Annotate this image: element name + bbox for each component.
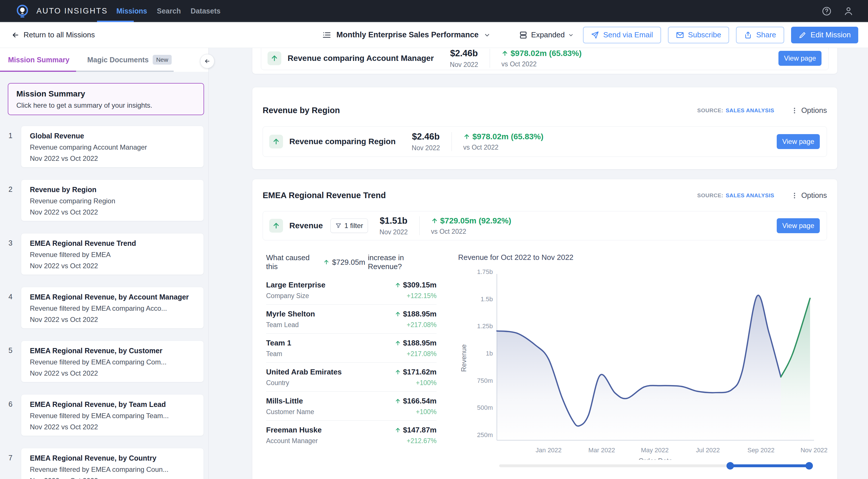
item-desc: Revenue filtered by EMEA comparing Com..…	[30, 358, 195, 366]
top-navbar: AUTO INSIGHTS Missions Search Datasets	[0, 0, 868, 22]
sidebar-collapse-button[interactable]	[200, 54, 214, 68]
driver-dimension: Account Manager	[266, 437, 322, 445]
auto-insights-app: AUTO INSIGHTS Missions Search Datasets R…	[0, 0, 868, 479]
kpi-delta-period: vs Oct 2022	[431, 228, 512, 236]
tab-mission-summary[interactable]: Mission Summary	[8, 56, 69, 64]
chevron-down-icon	[568, 32, 574, 38]
svg-text:Jul 2022: Jul 2022	[696, 447, 720, 454]
driver-row-mills-little[interactable]: Mills-LittleCustomer Name $166.54m+100%	[266, 392, 437, 421]
arrow-up-icon	[269, 219, 283, 233]
edit-mission-button[interactable]: Edit Mission	[791, 27, 858, 43]
driver-row-team-1[interactable]: Team 1Team $188.95m+217.08%	[266, 334, 437, 363]
kpi-period: Nov 2022	[412, 144, 440, 152]
sidebar-item-emea-trend[interactable]: EMEA Regional Revenue Trend Revenue filt…	[21, 233, 204, 275]
help-icon[interactable]	[822, 6, 832, 17]
arrow-up-icon	[268, 51, 281, 65]
nav-menu: Missions Search Datasets	[117, 0, 221, 22]
kebab-menu-icon[interactable]	[791, 192, 798, 199]
options-button[interactable]: Options	[801, 106, 827, 115]
kpi-delta: $978.02m (65.83%)	[472, 132, 544, 141]
mission-sidebar: Mission Summary Magic Documents New Miss…	[0, 48, 209, 479]
account-icon[interactable]	[843, 6, 854, 17]
options-button[interactable]: Options	[801, 191, 827, 200]
global-revenue-card: Revenue comparing Account Manager $2.46b…	[252, 48, 838, 74]
item-period: Nov 2022 vs Oct 2022	[30, 369, 195, 377]
source-link[interactable]: SALES ANALYSIS	[725, 108, 774, 114]
svg-text:Nov 2022: Nov 2022	[801, 447, 828, 454]
filter-chip[interactable]: 1 filter	[330, 218, 368, 233]
kebab-menu-icon[interactable]	[791, 107, 798, 114]
nav-item-datasets[interactable]: Datasets	[191, 7, 220, 15]
funnel-icon	[335, 222, 342, 229]
driver-row-freeman-huske[interactable]: Freeman HuskeAccount Manager $147.87m+21…	[266, 421, 437, 449]
sidebar-item-revenue-by-region[interactable]: Revenue by Region Revenue comparing Regi…	[21, 179, 204, 221]
driver-row-united-arab-emirates[interactable]: United Arab EmiratesCountry $171.62m+100…	[266, 363, 437, 392]
view-page-button[interactable]: View page	[778, 51, 822, 66]
subscribe-button[interactable]: Subscribe	[668, 27, 730, 43]
kpi-delta-block: $978.02m (65.83%) vs Oct 2022	[501, 49, 582, 68]
sidebar-item-global-revenue[interactable]: Global Revenue Revenue comparing Account…	[21, 126, 204, 168]
source-label: SOURCE:	[697, 192, 723, 199]
share-button[interactable]: Share	[736, 27, 784, 43]
driver-pct: +100%	[395, 408, 437, 416]
item-period: Nov 2022 vs Oct 2022	[30, 477, 195, 479]
nav-item-missions[interactable]: Missions	[117, 7, 147, 15]
driver-row-myrle-shelton[interactable]: Myrle SheltonTeam Lead $188.95m+217.08%	[266, 305, 437, 334]
item-period: Nov 2022 vs Oct 2022	[30, 423, 195, 431]
sidebar-item-emea-by-team-lead[interactable]: EMEA Regional Revenue, by Team Lead Reve…	[21, 394, 204, 436]
sidebar-item-emea-by-customer[interactable]: EMEA Regional Revenue, by Customer Reven…	[21, 340, 204, 382]
driver-dimension: Country	[266, 379, 342, 387]
mission-title-dropdown[interactable]: Monthly Enterprise Sales Performance	[322, 22, 491, 48]
kpi-value-block: $1.51b Nov 2022	[379, 216, 408, 236]
item-number: 7	[0, 448, 21, 479]
driver-row-large-enterprise[interactable]: Large EnterpriseCompany Size $309.15m+12…	[266, 276, 437, 305]
driver-pct: +217.08%	[395, 350, 437, 358]
slider-handle-right[interactable]	[805, 462, 813, 470]
sidebar-item-emea-by-country[interactable]: EMEA Regional Revenue, by Country Revenu…	[21, 448, 204, 479]
back-to-missions-link[interactable]: Return to all Missions	[11, 22, 95, 48]
mission-summary-card-title: Mission Summary	[17, 89, 195, 98]
tab-mission-summary-label: Mission Summary	[8, 56, 69, 64]
arrow-up-icon	[395, 340, 401, 346]
nav-item-search[interactable]: Search	[157, 7, 181, 15]
navbar-right-icons	[822, 6, 854, 17]
lightbulb-logo-icon[interactable]	[16, 5, 29, 18]
question-amount: $729.05m	[332, 258, 365, 267]
card-title: Revenue by Region	[262, 106, 340, 115]
slider-handle-left[interactable]	[726, 462, 734, 470]
item-number: 5	[0, 340, 21, 382]
sidebar-item-emea-by-account-manager[interactable]: EMEA Regional Revenue, by Account Manage…	[21, 287, 204, 329]
card-title: EMEA Regional Revenue Trend	[262, 191, 386, 200]
driver-name: Large Enterprise	[266, 280, 326, 290]
filter-chip-label: 1 filter	[344, 222, 363, 230]
slider-selected-range[interactable]	[730, 465, 809, 467]
svg-text:May 2022: May 2022	[641, 447, 669, 454]
kpi-delta: $729.05m (92.92%)	[440, 216, 512, 226]
svg-text:Sep 2022: Sep 2022	[747, 447, 774, 454]
kpi-revenue-by-account-manager: Revenue comparing Account Manager $2.46b…	[261, 48, 829, 70]
paper-plane-icon	[591, 31, 599, 39]
chart-title: Revenue for Oct 2022 to Nov 2022	[458, 253, 834, 262]
kpi-label: Revenue	[289, 221, 323, 230]
svg-text:1.75b: 1.75b	[477, 268, 493, 275]
send-via-email-button[interactable]: Send via Email	[583, 27, 661, 43]
mission-summary-card[interactable]: Mission Summary Click here to get a summ…	[8, 83, 204, 115]
item-title: EMEA Regional Revenue, by Customer	[30, 347, 195, 355]
driver-value: $188.95m	[403, 309, 437, 319]
divider	[490, 49, 490, 68]
share-label: Share	[756, 30, 776, 39]
view-mode-dropdown[interactable]: Expanded	[519, 30, 574, 39]
item-number: 6	[0, 394, 21, 436]
active-nav-underline	[97, 21, 134, 22]
view-page-button[interactable]: View page	[777, 218, 820, 233]
tab-magic-documents[interactable]: Magic Documents New	[87, 55, 172, 65]
driver-list: Large EnterpriseCompany Size $309.15m+12…	[266, 276, 437, 449]
item-period: Nov 2022 vs Oct 2022	[30, 316, 195, 324]
kpi-revenue-by-region: Revenue comparing Region $2.46b Nov 2022…	[262, 126, 827, 157]
source-link[interactable]: SALES ANALYSIS	[725, 192, 774, 199]
driver-value: $166.54m	[403, 396, 437, 406]
driver-dimension: Team Lead	[266, 321, 315, 329]
kpi-value: $1.51b	[379, 216, 408, 226]
arrow-up-icon	[463, 133, 470, 140]
view-page-button[interactable]: View page	[777, 134, 820, 149]
